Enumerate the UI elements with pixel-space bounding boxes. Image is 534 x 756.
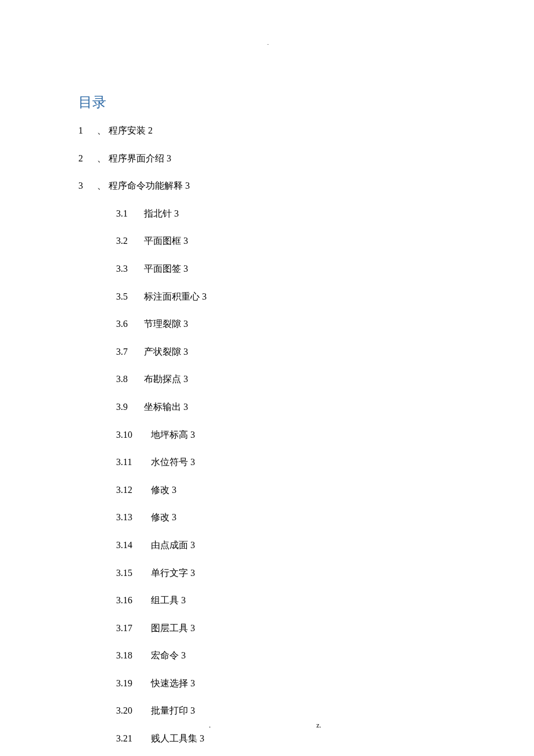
toc-sub-title: 图层工具	[151, 623, 188, 633]
toc-sub-item: 3.7产状裂隙 3	[78, 344, 456, 359]
toc-sub-page: 3	[202, 291, 207, 301]
toc-sub-num: 3.12	[116, 483, 151, 498]
toc-sub-page: 3	[183, 347, 188, 357]
toc-sub-page: 3	[190, 430, 195, 440]
toc-sub-item: 3.11水位符号 3	[78, 455, 456, 470]
toc-sub-page: 3	[200, 733, 204, 743]
toc-sub-num: 3.17	[116, 621, 151, 636]
toc-sub-title: 快速选择	[151, 678, 188, 688]
toc-sub-title: 修改	[151, 485, 169, 495]
toc-sub-title: 标注面积重心	[144, 291, 200, 301]
toc-sub-num: 3.13	[116, 510, 151, 525]
toc-sub-page: 3	[172, 485, 176, 495]
toc-sub-item: 3.19快速选择 3	[78, 676, 456, 691]
toc-sub-num: 3.15	[116, 566, 151, 581]
toc-sub-title: 单行文字	[151, 568, 188, 578]
toc-top-sep: 、	[97, 153, 106, 163]
toc-sub-item: 3.13修改 3	[78, 510, 456, 525]
page-content: 目录 1 、 程序安装 2 2 、 程序界面介绍 3 3 、 程序命令功能解释 …	[0, 0, 534, 756]
toc-sub-num: 3.11	[116, 455, 151, 470]
toc-sub-num: 3.19	[116, 676, 151, 691]
toc-sub-num: 3.7	[116, 344, 144, 359]
toc-top-num: 3	[78, 178, 95, 193]
toc-sub-title: 修改	[151, 512, 169, 522]
toc-sub-page: 3	[183, 402, 188, 412]
toc-top-item: 3 、 程序命令功能解释 3	[78, 178, 456, 193]
toc-sub-title: 产状裂隙	[144, 347, 181, 357]
toc-sub-item: 3.8布勘探点 3	[78, 372, 456, 387]
header-mark: -	[267, 41, 269, 47]
toc-sub-item: 3.14由点成面 3	[78, 538, 456, 553]
toc-sub-page: 3	[172, 512, 176, 522]
footer-z: z.	[316, 721, 321, 730]
toc-sub-item: 3.10地坪标高 3	[78, 427, 456, 442]
toc-sub-item: 3.3平面图签 3	[78, 261, 456, 276]
footer-dot: .	[209, 721, 211, 730]
toc-top-page: 3	[167, 153, 171, 163]
toc-sub-page: 3	[174, 208, 179, 218]
toc-sub-item: 3.5标注面积重心 3	[78, 289, 456, 304]
toc-sub-title: 由点成面	[151, 540, 188, 550]
toc-top-num: 2	[78, 151, 95, 166]
toc-sub-title: 布勘探点	[144, 374, 181, 384]
toc-sub-num: 3.8	[116, 372, 144, 387]
toc-sub-item: 3.18宏命令 3	[78, 648, 456, 663]
toc-sub-page: 3	[190, 457, 195, 467]
toc-top-item: 1 、 程序安装 2	[78, 123, 456, 138]
toc-sub-title: 指北针	[144, 208, 172, 218]
toc-top-item: 2 、 程序界面介绍 3	[78, 151, 456, 166]
toc-sub-title: 贱人工具集	[151, 733, 197, 743]
toc-sub-item: 3.17图层工具 3	[78, 621, 456, 636]
toc-top-page: 3	[185, 181, 190, 190]
toc-sub-num: 3.10	[116, 427, 151, 442]
toc-top-num: 1	[78, 123, 95, 138]
toc-sub-num: 3.1	[116, 206, 144, 221]
toc-sub-num: 3.3	[116, 261, 144, 276]
toc-sub-title: 宏命令	[151, 650, 179, 660]
toc-sub-item: 3.15单行文字 3	[78, 566, 456, 581]
toc-sub-item: 3.21贱人工具集 3	[78, 731, 456, 746]
toc-sub-page: 3	[183, 319, 188, 329]
toc-sub-num: 3.6	[116, 316, 144, 332]
toc-sub-page: 3	[190, 623, 195, 633]
toc-sub-title: 平面图框	[144, 236, 181, 246]
toc-sub-num: 3.5	[116, 289, 144, 304]
toc-sub-page: 3	[183, 236, 188, 246]
toc-sub-title: 坐标输出	[144, 402, 181, 412]
toc-top-title: 程序界面介绍	[109, 153, 164, 163]
toc-title: 目录	[78, 93, 456, 111]
toc-sub-item: 3.12修改 3	[78, 483, 456, 498]
toc-sub-item: 3.2平面图框 3	[78, 233, 456, 249]
toc-sub-title: 组工具	[151, 595, 179, 605]
toc-sub-num: 3.14	[116, 538, 151, 553]
toc-sub-page: 3	[181, 595, 186, 605]
toc-sub-num: 3.20	[116, 703, 151, 718]
toc-sub-num: 3.18	[116, 648, 151, 663]
toc-sub-num: 3.21	[116, 731, 151, 746]
toc-sub-page: 3	[190, 540, 195, 550]
toc-sub-page: 3	[190, 568, 195, 578]
toc-top-title: 程序安装	[109, 125, 146, 135]
toc-sub-page: 3	[181, 650, 186, 660]
toc-sub-page: 3	[183, 264, 188, 273]
toc-top-page: 2	[148, 125, 153, 135]
toc-sub-title: 平面图签	[144, 264, 181, 273]
toc-sub-item: 3.6节理裂隙 3	[78, 316, 456, 332]
toc-sub-item: 3.9坐标输出 3	[78, 399, 456, 415]
toc-top-title: 程序命令功能解释	[109, 181, 183, 190]
toc-sub-num: 3.9	[116, 399, 144, 415]
toc-sub-item: 3.20批量打印 3	[78, 703, 456, 718]
toc-sub-page: 3	[190, 678, 195, 688]
toc-sub-num: 3.16	[116, 593, 151, 608]
toc-sub-page: 3	[190, 705, 195, 715]
toc-sub-num: 3.2	[116, 233, 144, 249]
toc-sub-title: 地坪标高	[151, 430, 188, 440]
toc-sub-item: 3.1指北针 3	[78, 206, 456, 221]
toc-sub-item: 3.16组工具 3	[78, 593, 456, 608]
toc-sub-title: 批量打印	[151, 705, 188, 715]
toc-sub-title: 节理裂隙	[144, 319, 181, 329]
toc-top-sep: 、	[97, 181, 106, 190]
toc-top-sep: 、	[97, 125, 106, 135]
toc-sub-title: 水位符号	[151, 457, 188, 467]
toc-sub-page: 3	[183, 374, 188, 384]
